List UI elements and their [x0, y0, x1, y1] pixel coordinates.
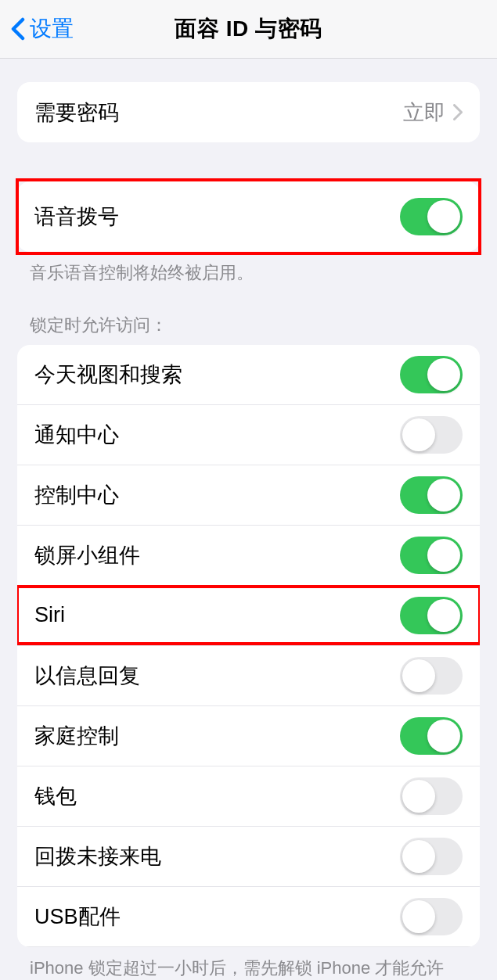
toggle-knob [402, 780, 435, 813]
toggle-knob [402, 840, 435, 873]
lockscreen-toggle[interactable] [400, 476, 463, 514]
voice-dial-footer: 音乐语音控制将始终被启用。 [0, 252, 497, 285]
require-passcode-value: 立即 [403, 99, 445, 127]
lockscreen-row-label: USB配件 [34, 903, 121, 931]
lockscreen-toggle[interactable] [400, 838, 463, 875]
lockscreen-row-label: 控制中心 [34, 481, 119, 509]
toggle-knob [427, 720, 460, 752]
lockscreen-toggle[interactable] [400, 416, 463, 454]
lockscreen-section-header: 锁定时允许访问： [0, 285, 497, 345]
require-passcode-label: 需要密码 [34, 99, 119, 127]
lockscreen-row[interactable]: USB配件 [17, 887, 480, 947]
toggle-knob [402, 418, 435, 451]
lockscreen-row[interactable]: 控制中心 [17, 465, 480, 526]
toggle-knob [427, 200, 460, 233]
lockscreen-access-group: 今天视图和搜索通知中心控制中心锁屏小组件Siri以信息回复家庭控制钱包回拨未接来… [17, 345, 480, 947]
lockscreen-row-label: 锁屏小组件 [34, 541, 140, 569]
chevron-left-icon [11, 17, 25, 41]
lockscreen-row[interactable]: Siri [17, 586, 480, 646]
toggle-knob [427, 358, 460, 391]
page-title: 面容 ID 与密码 [175, 14, 322, 44]
lockscreen-row[interactable]: 钱包 [17, 766, 480, 827]
lockscreen-row-label: 通知中心 [34, 421, 119, 449]
lockscreen-row[interactable]: 锁屏小组件 [17, 526, 480, 586]
lockscreen-row-label: Siri [34, 603, 65, 627]
voice-dial-toggle[interactable] [400, 198, 463, 235]
lockscreen-row-label: 以信息回复 [34, 662, 140, 690]
lockscreen-toggle[interactable] [400, 597, 463, 634]
toggle-knob [427, 539, 460, 572]
lockscreen-row-label: 今天视图和搜索 [34, 361, 182, 389]
lockscreen-toggle[interactable] [400, 777, 463, 815]
lockscreen-row[interactable]: 回拨未接来电 [17, 827, 480, 887]
lockscreen-row[interactable]: 以信息回复 [17, 646, 480, 706]
voice-dial-group: 语音拨号 [17, 181, 480, 252]
lockscreen-toggle[interactable] [400, 898, 463, 935]
lockscreen-row[interactable]: 今天视图和搜索 [17, 345, 480, 405]
lockscreen-footer: iPhone 锁定超过一小时后，需先解锁 iPhone 才能允许 USB 配件连… [0, 947, 497, 980]
chevron-right-icon [453, 104, 463, 120]
toggle-knob [427, 599, 460, 632]
voice-dial-label: 语音拨号 [34, 203, 119, 231]
voice-dial-row[interactable]: 语音拨号 [17, 181, 480, 252]
lockscreen-row[interactable]: 通知中心 [17, 405, 480, 465]
require-passcode-group: 需要密码 立即 [17, 82, 480, 142]
lockscreen-row-label: 钱包 [34, 782, 77, 810]
lockscreen-toggle[interactable] [400, 537, 463, 574]
settings-content: 需要密码 立即 语音拨号 音乐语音控制将始终被启用。 锁定时允许访问： 今天视图… [0, 82, 497, 980]
back-button[interactable]: 设置 [0, 14, 74, 44]
toggle-knob [402, 659, 435, 692]
lockscreen-toggle[interactable] [400, 356, 463, 393]
lockscreen-row-label: 家庭控制 [34, 722, 119, 750]
back-label: 设置 [30, 14, 74, 44]
toggle-knob [402, 900, 435, 933]
lockscreen-toggle[interactable] [400, 717, 463, 755]
navigation-bar: 设置 面容 ID 与密码 [0, 0, 497, 59]
lockscreen-row-label: 回拨未接来电 [34, 842, 161, 871]
lockscreen-row[interactable]: 家庭控制 [17, 706, 480, 766]
toggle-knob [427, 479, 460, 512]
require-passcode-row[interactable]: 需要密码 立即 [17, 82, 480, 142]
lockscreen-toggle[interactable] [400, 657, 463, 695]
cell-accessory: 立即 [403, 99, 463, 127]
